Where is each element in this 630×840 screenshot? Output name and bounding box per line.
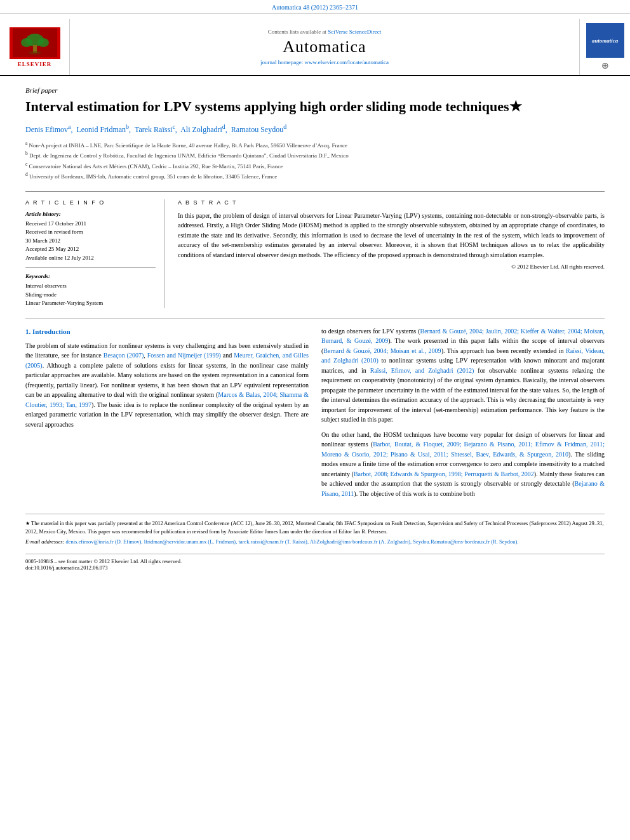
keyword-1: Interval observers: [25, 282, 156, 291]
automatica-logo: automatica: [586, 23, 624, 58]
journal-header: ELSEVIER Contents lists available at Sci…: [0, 14, 630, 76]
footnote-area: ★ The material in this paper was partial…: [25, 514, 605, 545]
body-left-col: 1. Introduction The problem of state est…: [25, 326, 309, 504]
body-right-col: to design observers for LPV systems (Ber…: [321, 326, 605, 504]
journal-title: Automatica: [283, 37, 366, 57]
abstract-text: In this paper, the problem of design of …: [178, 211, 605, 260]
author-seydou: Ramatou Seydoud: [231, 125, 286, 134]
footnote-emails: E-mail addresses: denis.efimov@inria.fr …: [25, 538, 605, 545]
article-info-column: A R T I C L E I N F O Article history: R…: [25, 199, 165, 308]
intro-para-right-1: to design observers for LPV systems (Ber…: [321, 326, 605, 425]
abstract-header: A B S T R A C T: [178, 199, 605, 206]
elsevier-logo-box: [10, 27, 60, 59]
affiliation-d: d University of Bordeaux, IMS-lab, Autom…: [25, 171, 605, 181]
affiliation-c: c Conservatoire National des Arts et Mét…: [25, 161, 605, 171]
history-received: Received 17 October 2011: [25, 220, 156, 229]
body-section: 1. Introduction The problem of state est…: [25, 318, 605, 504]
article-info-abstract-section: A R T I C L E I N F O Article history: R…: [25, 191, 605, 308]
top-citation-bar: Automatica 48 (2012) 2365–2371: [0, 0, 630, 14]
journal-right-logo: automatica ⊕: [579, 19, 630, 75]
history-revised-label: Received in revised form: [25, 228, 156, 237]
main-content: Brief paper Interval estimation for LPV …: [0, 76, 630, 581]
keyword-2: Sliding-mode: [25, 291, 156, 300]
history-accepted: Accepted 25 May 2012: [25, 245, 156, 254]
affiliations-block: a Non-A project at INRIA – LNE, Parc Sci…: [25, 140, 605, 181]
citation-text: Automatica 48 (2012) 2365–2371: [272, 4, 358, 11]
article-info-header: A R T I C L E I N F O: [25, 199, 156, 206]
author-efimov: Denis Efimova: [25, 125, 70, 134]
svg-point-5: [29, 51, 41, 55]
elsevier-logo-area: ELSEVIER: [0, 19, 70, 75]
bottom-bar: 0005-1098/$ – see front matter © 2012 El…: [25, 554, 605, 571]
keyword-3: Linear Parameter-Varying System: [25, 299, 156, 308]
introduction-title: 1. Introduction: [25, 326, 309, 337]
abstract-column: A B S T R A C T In this paper, the probl…: [178, 199, 605, 308]
svg-point-3: [37, 38, 49, 47]
article-title: Interval estimation for LPV systems appl…: [25, 98, 605, 116]
abstract-copyright: © 2012 Elsevier Ltd. All rights reserved…: [178, 263, 605, 270]
article-type-label: Brief paper: [25, 86, 605, 94]
footnote-star-note: ★ The material in this paper was partial…: [25, 519, 605, 535]
journal-center: Contents lists available at SciVerse Sci…: [70, 19, 579, 75]
author-fridman: Leonid Fridmanb: [76, 125, 129, 134]
intro-para-right-2: On the other hand, the HOSM techniques h…: [321, 430, 605, 499]
affiliation-b: b Dept. de Ingeniera de Control y Robóti…: [25, 150, 605, 160]
authors-line: Denis Efimova, Leonid Fridmanb, Tarek Ra…: [25, 122, 605, 135]
journal-homepage-line: journal homepage: www.elsevier.com/locat…: [260, 59, 389, 65]
author-raissi: Tarek Raïssic: [135, 125, 175, 134]
author-zolghadri: Ali Zolghadrid: [180, 125, 225, 134]
divider: [25, 267, 156, 268]
svg-point-2: [21, 38, 32, 47]
elsevier-text-label: ELSEVIER: [18, 61, 52, 67]
contents-available-line: Contents lists available at SciVerse Sci…: [268, 29, 382, 35]
history-revised-date: 30 March 2012: [25, 237, 156, 246]
keywords-label: Keywords:: [25, 273, 156, 279]
issn-line: 0005-1098/$ – see front matter © 2012 El…: [25, 558, 605, 564]
intro-para-left: The problem of state estimation for nonl…: [25, 341, 309, 430]
globe-icon: ⊕: [601, 60, 609, 71]
doi-line: doi:10.1016/j.automatica.2012.06.073: [25, 564, 605, 571]
affiliation-a: a Non-A project at INRIA – LNE, Parc Sci…: [25, 140, 605, 150]
article-history-label: Article history:: [25, 211, 156, 217]
two-col-body: 1. Introduction The problem of state est…: [25, 326, 605, 504]
history-online: Available online 12 July 2012: [25, 254, 156, 263]
